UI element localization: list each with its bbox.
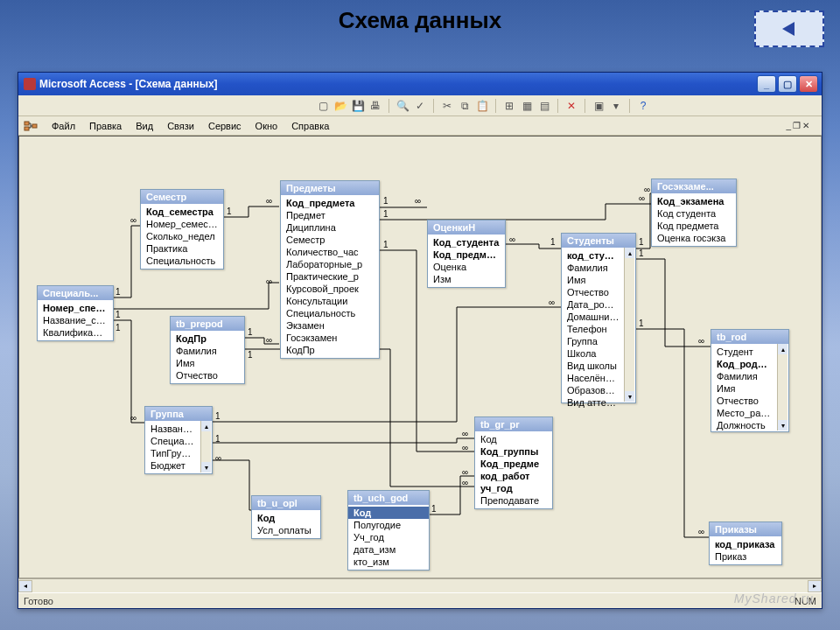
menu-view[interactable]: Вид [129,119,160,133]
table-studenty[interactable]: Студенты код_студентФамилияИмяОтчествоДа… [561,233,636,403]
field[interactable]: Полугодие [348,519,429,531]
field[interactable]: Код предмета [652,220,736,232]
field[interactable]: код_работ [475,470,552,482]
show-all-icon[interactable]: ▤ [537,99,551,113]
table-tb-uch-god[interactable]: tb_uch_god КодПолугодиеУч_годдата_измкто… [347,490,430,570]
field[interactable]: Домашний_а [562,311,625,323]
relationships-canvas[interactable]: 1 ∞ 1 ∞ 1 ∞ 1 ∞ 1 ∞ 1 ∞ 1 ∞ 1 ∞ 1 ∞ 1 ∞ … [18,136,822,578]
child-minimize[interactable]: _ [786,121,791,130]
field[interactable]: Код студента [652,207,736,220]
field[interactable]: Образование [562,384,625,396]
field[interactable]: Код_семестра [141,206,223,218]
field[interactable]: Фамилия [562,262,625,274]
field[interactable]: Предмет [281,209,379,221]
field[interactable]: Экзамен [281,319,379,332]
scrollbar[interactable]: ▴▾ [624,248,634,402]
field[interactable]: Код_студента [428,236,505,248]
field[interactable]: Имя [562,274,625,286]
field[interactable]: Вид аттеста [562,396,625,409]
child-restore[interactable]: ❐ [793,121,801,130]
table-prikazy[interactable]: Приказы код_приказаПриказ [709,522,782,565]
menu-help[interactable]: Справка [284,119,336,133]
field[interactable]: дата_изм [348,543,429,556]
field[interactable]: Код [348,507,429,519]
open-icon[interactable]: 📂 [333,99,347,113]
menu-service[interactable]: Сервис [201,119,248,133]
field[interactable]: Фамилия [171,345,244,357]
field[interactable]: Практика [141,242,223,255]
field[interactable]: Должность [711,419,778,431]
table-tb-gr-pr[interactable]: tb_gr_pr КодКод_группыКод_предмекод_рабо… [474,416,553,509]
horizontal-scrollbar[interactable]: ◂ ▸ [18,578,822,592]
menu-relations[interactable]: Связи [160,119,201,133]
field[interactable]: Код [475,433,552,445]
field[interactable]: Телефон [562,323,625,335]
print-icon[interactable]: 🖶 [368,99,382,113]
table-tb-prepod[interactable]: tb_prepod КодПрФамилияИмяОтчество [170,316,245,384]
scroll-left-button[interactable]: ◂ [18,580,32,592]
field[interactable]: Имя [711,382,778,395]
field[interactable]: Код_предме [475,458,552,470]
paste-icon[interactable]: 📋 [475,99,489,113]
save-icon[interactable]: 💾 [351,99,365,113]
field[interactable]: Группа [562,335,625,347]
field[interactable]: Отчество [711,395,778,407]
scrollbar[interactable]: ▴▾ [777,344,788,430]
field[interactable]: Оценка госэкза [652,232,736,244]
child-close[interactable]: ✕ [802,121,809,130]
menu-file[interactable]: Файл [45,119,82,133]
db-window-icon[interactable]: ▣ [592,99,606,113]
field[interactable]: Дата_рожде [562,298,625,311]
field[interactable]: Название_гр [145,423,201,435]
delete-icon[interactable]: ✕ [564,99,578,113]
field[interactable]: Приказ [710,550,781,563]
field[interactable]: Имя [171,357,244,369]
field[interactable]: Номер_специал [38,302,113,314]
copy-icon[interactable]: ⧉ [458,99,472,113]
field[interactable]: Номер_семестра [141,218,223,230]
spell-icon[interactable]: ✓ [413,99,427,113]
field[interactable]: Госэкзамен [281,332,379,344]
field[interactable]: Курсовой_проек [281,283,379,295]
field[interactable]: Уч_год [348,531,429,543]
field[interactable]: ТипГруппы [145,447,201,459]
field[interactable]: Код [252,512,320,524]
field[interactable]: Дициплина [281,221,379,234]
menu-edit[interactable]: Правка [82,119,129,133]
show-table-icon[interactable]: ▦ [520,99,534,113]
field[interactable]: КодПр [171,332,244,345]
field[interactable]: Населённый [562,372,625,384]
field[interactable]: Консультации [281,295,379,307]
field[interactable]: Изм [428,273,505,285]
field[interactable]: уч_год [475,482,552,494]
field[interactable]: Фамилия [711,370,778,382]
field[interactable]: Оценка [428,261,505,273]
table-tb-rod[interactable]: tb_rod СтудентКод_родителФамилияИмяОтчес… [710,329,789,432]
cut-icon[interactable]: ✂ [440,99,454,113]
table-tb-u-opl[interactable]: tb_u_opl КодУсл_оплаты [251,495,321,539]
table-ocenkin[interactable]: ОценкиН Код_студентаКод_предметаОценкаИз… [427,220,506,288]
field[interactable]: Место_работ [711,407,778,419]
preview-icon[interactable]: 🔍 [396,99,410,113]
field[interactable]: Специальнос [145,435,201,447]
field[interactable]: Семестр [281,234,379,246]
new-icon[interactable]: ▢ [316,99,330,113]
field[interactable]: Бюджет [145,459,201,472]
field[interactable]: Лабораторные_р [281,258,379,270]
relations-icon[interactable]: ⊞ [502,99,516,113]
field[interactable]: Специальность [141,255,223,267]
table-gruppa[interactable]: Группа Название_грСпециальносТипГруппыБю… [144,406,213,474]
table-semestr[interactable]: Семестр Код_семестраНомер_семестраСкольк… [140,189,224,270]
field[interactable]: Количество_час [281,246,379,258]
field[interactable]: Студент [711,346,778,358]
new-object-icon[interactable]: ▾ [609,99,623,113]
field[interactable]: Усл_оплаты [252,524,320,536]
close-button[interactable]: ✕ [799,75,818,93]
field[interactable]: Квалификация [38,326,113,339]
field[interactable]: Код_родител [711,358,778,370]
menu-window[interactable]: Окно [248,119,285,133]
table-gosexam[interactable]: Госэкзаме... Код_экзаменаКод студентаКод… [651,178,737,247]
field[interactable]: Школа [562,347,625,360]
field[interactable]: Отчество [562,286,625,298]
field[interactable]: Сколько_недел [141,230,223,242]
